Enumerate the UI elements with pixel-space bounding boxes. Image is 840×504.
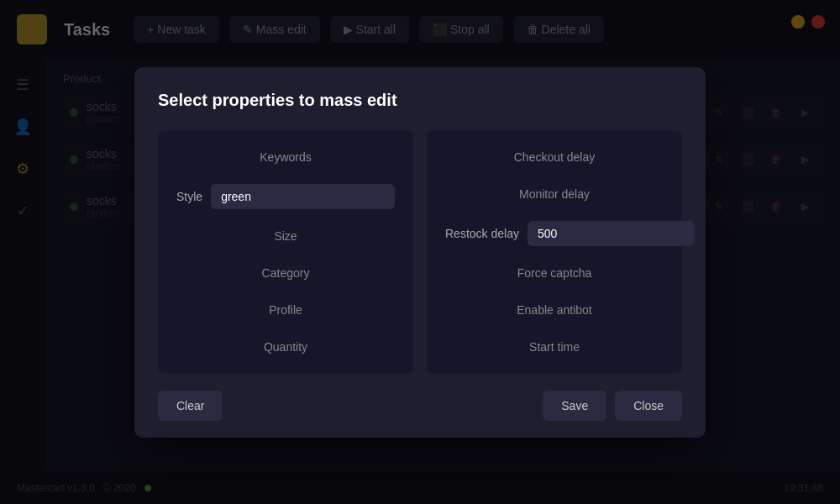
prop-category[interactable]: Category xyxy=(168,256,403,290)
modal-overlay: Select properties to mass edit Keywords … xyxy=(0,0,840,504)
prop-checkout-delay[interactable]: Checkout delay xyxy=(437,140,672,174)
modal-footer-right: Save Close xyxy=(543,391,682,421)
prop-style-label: Style xyxy=(176,190,202,203)
prop-quantity[interactable]: Quantity xyxy=(168,330,403,364)
modal-right-col: Checkout delay Monitor delay Restock del… xyxy=(427,130,682,374)
prop-restock-delay-label: Restock delay xyxy=(445,227,519,240)
prop-enable-antibot[interactable]: Enable antibot xyxy=(437,293,672,327)
prop-category-label: Category xyxy=(176,266,395,280)
prop-start-time[interactable]: Start time xyxy=(437,330,672,364)
prop-keywords[interactable]: Keywords xyxy=(168,140,403,174)
prop-profile[interactable]: Profile xyxy=(168,293,403,327)
mass-edit-modal: Select properties to mass edit Keywords … xyxy=(134,67,706,438)
prop-size-label: Size xyxy=(176,229,395,243)
prop-monitor-delay[interactable]: Monitor delay xyxy=(437,177,672,211)
save-button[interactable]: Save xyxy=(543,391,606,421)
prop-restock-delay[interactable]: Restock delay xyxy=(437,214,672,253)
prop-force-captcha[interactable]: Force captcha xyxy=(437,256,672,290)
modal-body: Keywords Style Size Category Profile xyxy=(158,130,682,374)
prop-enable-antibot-label: Enable antibot xyxy=(445,303,664,317)
prop-monitor-delay-label: Monitor delay xyxy=(445,187,664,201)
restock-delay-input[interactable] xyxy=(528,221,695,246)
style-input[interactable] xyxy=(211,184,395,209)
prop-profile-label: Profile xyxy=(176,303,395,317)
modal-title: Select properties to mass edit xyxy=(158,91,682,110)
clear-button[interactable]: Clear xyxy=(158,391,223,421)
modal-left-col: Keywords Style Size Category Profile xyxy=(158,130,413,374)
prop-size[interactable]: Size xyxy=(168,219,403,253)
prop-start-time-label: Start time xyxy=(445,340,664,354)
close-button[interactable]: Close xyxy=(615,391,682,421)
prop-quantity-label: Quantity xyxy=(176,340,395,354)
modal-footer: Clear Save Close xyxy=(158,391,682,421)
prop-checkout-delay-label: Checkout delay xyxy=(445,150,664,164)
prop-style[interactable]: Style xyxy=(168,177,403,216)
prop-keywords-label: Keywords xyxy=(176,150,395,164)
prop-force-captcha-label: Force captcha xyxy=(445,266,664,280)
